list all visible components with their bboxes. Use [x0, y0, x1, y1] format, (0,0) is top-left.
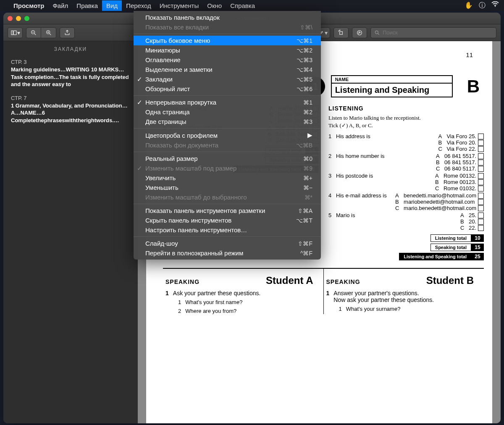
- menu-item[interactable]: Одна страница⌘2: [134, 107, 321, 117]
- fullscreen-button[interactable]: [24, 16, 29, 21]
- menu-item[interactable]: Скрыть боковое меню⌥⌘1: [134, 36, 321, 45]
- sidebar-header: ЗАКЛАДКИ: [3, 46, 138, 52]
- menu-item[interactable]: ✓Непрерывная прокрутка⌘1: [134, 97, 321, 107]
- zoom-out-button[interactable]: [26, 27, 41, 38]
- menu-item[interactable]: Две страницы⌘3: [134, 117, 321, 126]
- menu-item[interactable]: Миниатюры⌥⌘2: [134, 45, 321, 55]
- bookmark-text: Marking guidelines…WRITING 10 MARKS… Tas…: [11, 66, 130, 88]
- menubar-help[interactable]: Справка: [230, 2, 255, 9]
- sidebar: ЗАКЛАДКИ СТР. 3 Marking guidelines…WRITI…: [3, 41, 138, 423]
- svg-line-4: [34, 34, 36, 35]
- bookmark-item[interactable]: СТР. 7 1 Grammar, Vocabulary, and Pronun…: [3, 92, 138, 129]
- menubar-edit[interactable]: Правка: [76, 2, 98, 9]
- svg-rect-2: [13, 31, 16, 34]
- menu-item[interactable]: Перейти в полноэкранный режим^⌘F: [134, 248, 321, 258]
- menubar-window[interactable]: Окно: [207, 2, 222, 9]
- bookmark-page: СТР. 7: [11, 95, 130, 101]
- menu-item[interactable]: Увеличить⌘+: [134, 173, 321, 183]
- menubar-view[interactable]: Вид: [102, 0, 122, 11]
- variant-letter: B: [467, 76, 480, 97]
- wifi-icon[interactable]: [491, 1, 499, 10]
- student-a-title: Student A: [266, 275, 313, 286]
- menu-item[interactable]: Цветопроба с профилем▶: [134, 130, 321, 140]
- menu-item[interactable]: Показать панель инструментов разметки⇧⌘A: [134, 206, 321, 215]
- menubar-go[interactable]: Переход: [126, 2, 151, 9]
- menu-item: ✓Изменить масштаб под размер⌘9: [134, 163, 321, 173]
- svg-rect-1: [11, 31, 13, 34]
- menu-item: Показать фон документа⌥⌘B: [134, 140, 321, 150]
- unit-title: Listening and Speaking: [332, 84, 452, 97]
- share-button[interactable]: [60, 27, 75, 38]
- hand-icon[interactable]: ✋: [465, 1, 473, 10]
- menu-item[interactable]: Показать панель вкладок: [134, 13, 321, 22]
- view-menu: Показать панель вкладокПоказать все вкла…: [134, 11, 321, 260]
- menubar-app[interactable]: Просмотр: [13, 2, 44, 9]
- minimize-button[interactable]: [16, 16, 21, 21]
- bookmark-page: СТР. 3: [11, 59, 130, 65]
- student-b-title: Student B: [426, 275, 474, 286]
- menu-item[interactable]: ✓Закладки⌥⌘5: [134, 74, 321, 84]
- svg-line-13: [378, 33, 379, 34]
- search-field[interactable]: [370, 27, 496, 38]
- name-label: NAME: [332, 76, 452, 84]
- svg-point-12: [375, 31, 378, 34]
- markup-button[interactable]: [352, 27, 367, 38]
- menu-item[interactable]: Реальный размер⌘0: [134, 154, 321, 163]
- menu-item[interactable]: Оглавление⌥⌘3: [134, 55, 321, 65]
- speaking-a-q: Ask your partner these questions.: [173, 290, 261, 296]
- page-num-right: 11: [466, 51, 473, 58]
- menu-item[interactable]: Слайд-шоу⇧⌘F: [134, 239, 321, 248]
- svg-rect-10: [340, 31, 343, 34]
- speaking-b-q: Answer your partner's questions. Now ask…: [333, 290, 434, 303]
- menu-item: Показать все вкладки⇧⌘\: [134, 22, 321, 32]
- bookmark-text: 1 Grammar, Vocabulary, and Pronunciation…: [11, 102, 130, 124]
- info-icon[interactable]: ⓘ: [479, 1, 486, 10]
- menubar: Просмотр Файл Правка Вид Переход Инструм…: [0, 0, 504, 11]
- menu-item[interactable]: Настроить панель инструментов…: [134, 225, 321, 235]
- svg-line-7: [50, 34, 51, 35]
- menubar-tools[interactable]: Инструменты: [160, 2, 199, 9]
- sidebar-mode-button[interactable]: ▾: [8, 27, 23, 38]
- zoom-in-button[interactable]: [41, 27, 56, 38]
- speaking-header: SPEAKING: [165, 278, 200, 285]
- menubar-file[interactable]: Файл: [52, 2, 68, 9]
- rotate-button[interactable]: [333, 27, 349, 38]
- menu-item[interactable]: Скрыть панель инструментов⌥⌘T: [134, 215, 321, 225]
- svg-point-0: [495, 5, 496, 6]
- bookmark-item[interactable]: СТР. 3 Marking guidelines…WRITING 10 MAR…: [3, 56, 138, 92]
- menu-item[interactable]: Обзорный лист⌥⌘6: [134, 84, 321, 94]
- close-button[interactable]: [8, 16, 13, 21]
- menu-item: Изменить масштаб до выбранного⌘*: [134, 192, 321, 202]
- speaking-header: SPEAKING: [326, 278, 360, 285]
- menu-item[interactable]: Выделенное и заметки⌥⌘4: [134, 65, 321, 74]
- menu-item[interactable]: Уменьшить⌘−: [134, 183, 321, 192]
- search-input[interactable]: [383, 29, 493, 36]
